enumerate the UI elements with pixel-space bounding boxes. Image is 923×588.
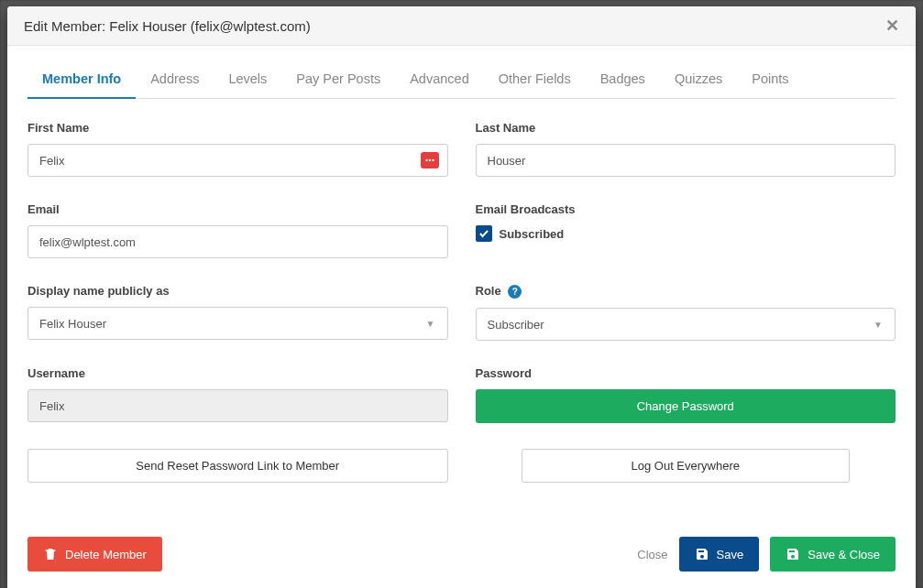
modal-header: Edit Member: Felix Houser (felix@wlptest… bbox=[7, 6, 916, 46]
password-label: Password bbox=[476, 366, 896, 380]
close-icon[interactable]: ✕ bbox=[885, 17, 899, 34]
first-name-input[interactable] bbox=[27, 144, 448, 177]
svg-point-1 bbox=[428, 159, 430, 161]
tab-badges[interactable]: Badges bbox=[586, 62, 660, 99]
display-name-label: Display name publicly as bbox=[27, 284, 448, 298]
subscribed-label: Subscribed bbox=[500, 227, 565, 241]
tab-other-fields[interactable]: Other Fields bbox=[484, 62, 586, 99]
email-label: Email bbox=[27, 202, 448, 216]
last-name-input[interactable] bbox=[476, 144, 896, 177]
delete-member-button[interactable]: Delete Member bbox=[27, 537, 162, 572]
tab-pay-per-posts[interactable]: Pay Per Posts bbox=[281, 62, 395, 99]
edit-member-modal: Edit Member: Felix Houser (felix@wlptest… bbox=[7, 6, 916, 588]
tab-quizzes[interactable]: Quizzes bbox=[660, 62, 737, 99]
svg-point-2 bbox=[432, 159, 434, 161]
username-input bbox=[27, 389, 448, 422]
send-reset-link-button[interactable]: Send Reset Password Link to Member bbox=[27, 449, 448, 483]
save-icon bbox=[786, 547, 800, 561]
subscribed-checkbox[interactable] bbox=[476, 225, 492, 242]
role-label: Role ? bbox=[476, 284, 896, 299]
trash-icon bbox=[43, 547, 58, 561]
save-close-button[interactable]: Save & Close bbox=[770, 537, 896, 572]
tab-levels[interactable]: Levels bbox=[214, 62, 281, 99]
broadcasts-label: Email Broadcasts bbox=[476, 202, 896, 216]
password-manager-icon[interactable] bbox=[421, 152, 439, 169]
save-button[interactable]: Save bbox=[679, 537, 760, 572]
email-input[interactable] bbox=[27, 225, 448, 258]
first-name-label: First Name bbox=[27, 121, 448, 135]
username-label: Username bbox=[27, 366, 448, 380]
help-icon[interactable]: ? bbox=[508, 285, 522, 299]
tab-bar: Member Info Address Levels Pay Per Posts… bbox=[27, 62, 896, 99]
display-name-select[interactable] bbox=[27, 307, 448, 340]
svg-point-0 bbox=[425, 159, 427, 161]
tab-address[interactable]: Address bbox=[136, 62, 214, 99]
modal-title: Edit Member: Felix Houser (felix@wlptest… bbox=[24, 18, 311, 34]
close-button[interactable]: Close bbox=[637, 548, 667, 561]
last-name-label: Last Name bbox=[476, 121, 896, 135]
logout-everywhere-button[interactable]: Log Out Everywhere bbox=[522, 449, 850, 483]
role-select[interactable] bbox=[476, 308, 896, 341]
tab-points[interactable]: Points bbox=[737, 62, 803, 99]
tab-advanced[interactable]: Advanced bbox=[395, 62, 484, 99]
tab-member-info[interactable]: Member Info bbox=[27, 62, 136, 99]
modal-footer: Delete Member Close Save Save & Close bbox=[7, 522, 916, 588]
change-password-button[interactable]: Change Password bbox=[476, 389, 896, 423]
save-icon bbox=[695, 547, 709, 561]
